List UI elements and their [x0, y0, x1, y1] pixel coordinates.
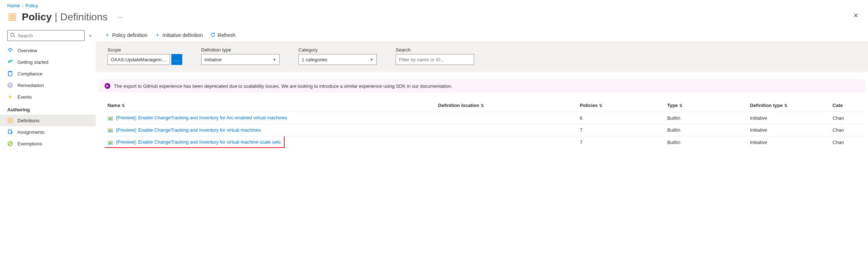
- svg-rect-16: [109, 118, 111, 120]
- sidebar-search-input[interactable]: [7, 30, 85, 41]
- col-definition-type[interactable]: Definition type⇅: [747, 100, 830, 112]
- scope-label: Scope: [107, 47, 182, 53]
- category-label: Category: [298, 47, 377, 53]
- svg-rect-8: [8, 118, 12, 123]
- add-policy-definition-button[interactable]: ＋ Policy definition: [105, 32, 147, 38]
- initiative-icon: [107, 127, 113, 133]
- definitions-table: Name⇅ Definition location⇅ Policies⇅ Typ…: [96, 92, 868, 148]
- sidebar-item-label: Getting started: [17, 59, 48, 65]
- breadcrumb-home[interactable]: Home: [7, 3, 20, 8]
- close-button[interactable]: ✕: [852, 12, 859, 19]
- policy-icon: [7, 12, 17, 22]
- cell-name: [Preview]: Enable ChangeTracking and Inv…: [105, 112, 435, 124]
- sidebar-item-label: Compliance: [17, 71, 42, 77]
- toolbar-label: Refresh: [218, 32, 236, 38]
- cell-type: BuiltIn: [664, 124, 747, 136]
- sidebar-item-overview[interactable]: Overview: [0, 45, 96, 56]
- svg-line-12: [9, 142, 12, 145]
- definition-type-dropdown[interactable]: Initiative ▼: [201, 54, 280, 65]
- col-name[interactable]: Name⇅: [105, 100, 435, 112]
- sidebar-item-remediation[interactable]: Remediation: [0, 79, 96, 91]
- cell-policies: 7: [577, 136, 664, 148]
- cell-def-type: Initiative: [747, 124, 830, 136]
- cell-location: [435, 136, 577, 148]
- search-label: Search: [396, 47, 474, 53]
- definition-link[interactable]: [Preview]: Enable ChangeTracking and Inv…: [116, 139, 281, 145]
- definition-type-label: Definition type: [201, 47, 280, 53]
- cell-location: [435, 112, 577, 124]
- table-row: [Preview]: Enable ChangeTracking and Inv…: [105, 112, 865, 124]
- sidebar-item-exemptions[interactable]: Exemptions: [0, 138, 96, 149]
- cell-category: Chan: [830, 136, 865, 148]
- chevron-down-icon: ▼: [370, 58, 374, 62]
- toolbar-label: Policy definition: [112, 32, 147, 38]
- plus-icon: ＋: [105, 32, 110, 38]
- sidebar: « Overview Getting started Compliance Re…: [0, 29, 96, 149]
- svg-rect-4: [10, 50, 11, 52]
- sidebar-item-assignments[interactable]: Assignments: [0, 126, 96, 138]
- cell-type: BuiltIn: [664, 136, 747, 148]
- toolbar-label: Initiative definition: [162, 32, 203, 38]
- info-banner: The export to GitHub experience has been…: [99, 79, 865, 92]
- sidebar-item-getting-started[interactable]: Getting started: [0, 56, 96, 68]
- sidebar-search: [7, 30, 85, 41]
- toolbar: ＋ Policy definition ＋ Initiative definit…: [96, 29, 868, 41]
- scope-input[interactable]: OAAS-UpdateManagem…: [107, 54, 170, 65]
- lightning-icon: [7, 94, 13, 100]
- cell-def-type: Initiative: [747, 136, 830, 148]
- cell-category: Chan: [830, 112, 865, 124]
- main-content: ＋ Policy definition ＋ Initiative definit…: [96, 29, 868, 149]
- col-category[interactable]: Cate: [830, 100, 865, 112]
- cell-name: [Preview]: Enable ChangeTracking and Inv…: [105, 136, 435, 148]
- definition-link[interactable]: [Preview]: Enable ChangeTracking and Inv…: [116, 115, 287, 120]
- scope-picker-button[interactable]: …: [171, 54, 182, 65]
- cell-category: Chan: [830, 124, 865, 136]
- cell-policies: 7: [577, 124, 664, 136]
- refresh-button[interactable]: Refresh: [210, 32, 236, 38]
- sidebar-item-events[interactable]: Events: [0, 91, 96, 103]
- category-dropdown[interactable]: 1 categories ▼: [298, 54, 377, 65]
- sidebar-item-label: Overview: [17, 48, 37, 53]
- table-row: [Preview]: Enable ChangeTracking and Inv…: [105, 136, 865, 148]
- add-initiative-definition-button[interactable]: ＋ Initiative definition: [155, 32, 203, 38]
- more-button[interactable]: ⋯: [118, 15, 123, 20]
- sidebar-item-compliance[interactable]: Compliance: [0, 68, 96, 79]
- svg-rect-10: [8, 130, 11, 133]
- initiative-icon: [107, 115, 113, 121]
- svg-point-2: [11, 33, 14, 36]
- sort-icon: ⇅: [481, 103, 484, 108]
- initiative-icon: [107, 140, 113, 145]
- dashboard-icon: [7, 48, 13, 53]
- exemption-icon: [7, 141, 13, 147]
- col-location[interactable]: Definition location⇅: [435, 100, 577, 112]
- rocket-icon: [7, 59, 13, 65]
- collapse-sidebar-button[interactable]: «: [87, 32, 93, 40]
- svg-rect-6: [9, 71, 11, 72]
- svg-rect-22: [109, 143, 111, 144]
- plus-icon: ＋: [155, 32, 160, 38]
- definition-link[interactable]: [Preview]: Enable ChangeTracking and Inv…: [116, 127, 261, 133]
- wrench-icon: [7, 82, 13, 88]
- cell-type: BuiltIn: [664, 112, 747, 124]
- sidebar-item-label: Events: [17, 94, 32, 100]
- breadcrumb-policy[interactable]: Policy: [25, 3, 38, 8]
- sidebar-item-label: Remediation: [17, 83, 44, 88]
- banner-text: The export to GitHub experience has been…: [114, 83, 452, 89]
- sort-icon: ⇅: [122, 103, 125, 108]
- col-type[interactable]: Type⇅: [664, 100, 747, 112]
- sidebar-item-label: Definitions: [17, 118, 40, 123]
- clipboard-icon: [7, 71, 13, 77]
- sort-icon: ⇅: [679, 103, 682, 108]
- sidebar-item-label: Assignments: [17, 129, 44, 135]
- sidebar-item-definitions[interactable]: Definitions: [0, 115, 96, 126]
- cell-def-type: Initiative: [747, 112, 830, 124]
- filter-search-input[interactable]: [396, 54, 474, 65]
- sidebar-section-authoring: Authoring: [0, 103, 96, 115]
- chevron-right-icon: ›: [22, 4, 24, 8]
- assignment-icon: [7, 129, 13, 135]
- dropdown-value: Initiative: [204, 57, 222, 62]
- page-title: Policy | Definitions: [22, 11, 108, 23]
- col-policies[interactable]: Policies⇅: [577, 100, 664, 112]
- filter-bar: Scope OAAS-UpdateManagem… … Definition t…: [96, 41, 868, 72]
- definition-icon: [7, 118, 13, 123]
